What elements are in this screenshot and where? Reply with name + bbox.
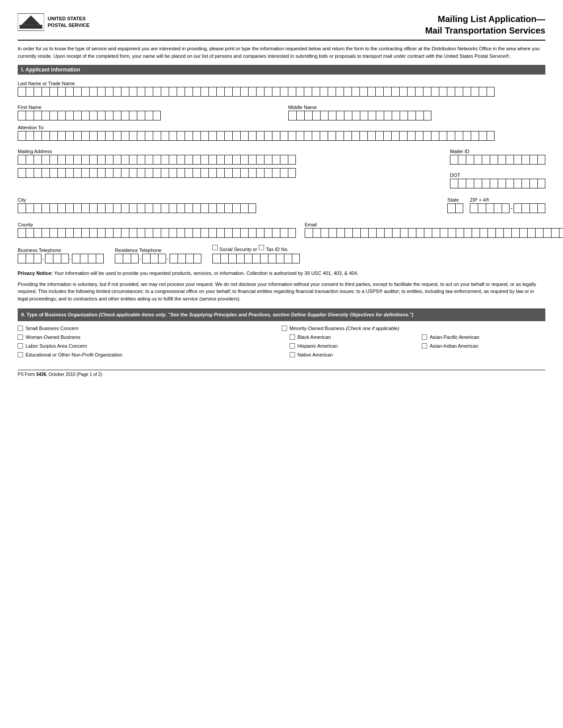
middle-name-boxes[interactable]: [288, 111, 546, 120]
hispanic-american-label: Hispanic American: [298, 343, 338, 349]
ssn-label: Social Security or: [219, 247, 257, 252]
attention-boxes[interactable]: [18, 131, 545, 141]
tax-id-checkbox[interactable]: [259, 245, 264, 250]
city-field: City: [18, 193, 441, 213]
educational-checkbox[interactable]: [18, 352, 23, 357]
county-label: County: [18, 222, 296, 227]
email-field: Email: [305, 218, 563, 238]
biz-col-left: Small Business Concern Woman-Owned Busin…: [18, 326, 282, 361]
privacy-voluntary-text: Providing the information is voluntary, …: [18, 281, 545, 303]
email-label: Email: [305, 222, 563, 227]
biz-col-right: Minority-Owned Business (Check one if ap…: [282, 326, 546, 361]
dot-boxes[interactable]: [450, 179, 545, 188]
black-american-row: Black American: [290, 334, 413, 340]
asian-pacific-label: Asian-Pacific American: [430, 334, 480, 340]
business-tel-boxes: - -: [18, 254, 104, 263]
svg-rect-2: [19, 25, 42, 29]
business-tel-label: Business Telephone: [18, 248, 104, 253]
email-boxes[interactable]: [305, 228, 563, 238]
address-mailer-row: Mailing Address Mailer ID: [18, 144, 545, 165]
asian-indian-checkbox[interactable]: [422, 343, 427, 349]
page-header: UNITED STATES POSTAL SERVICE Mailing Lis…: [18, 13, 545, 41]
minority-owned-header-row: Minority-Owned Business (Check one if ap…: [282, 326, 546, 331]
mailing-address-label: Mailing Address: [18, 149, 441, 154]
ssn-tax-field: Social Security or Tax ID No.: [212, 242, 300, 263]
residence-tel-label: Residence Telephone: [115, 248, 201, 253]
asian-pacific-checkbox[interactable]: [422, 334, 427, 340]
bus-tel-dash1: -: [42, 256, 44, 261]
native-american-checkbox[interactable]: [290, 352, 295, 357]
attention-field: Attention To:: [18, 125, 545, 141]
ssn-checkbox[interactable]: [212, 245, 218, 250]
state-field: State: [447, 193, 463, 213]
address2-dot-row: DOT: [18, 168, 545, 188]
section2-header: II. Type of Business Organization (Check…: [18, 308, 545, 321]
minority-sub-container: Black American Hispanic American Native …: [290, 334, 546, 361]
state-boxes[interactable]: [447, 203, 463, 213]
middle-name-field: Middle Name: [288, 100, 546, 120]
city-state-zip-row: City State ZIP + 4® -: [18, 193, 545, 213]
logo-area: UNITED STATES POSTAL SERVICE: [18, 13, 90, 31]
res-tel-dash1: -: [140, 256, 141, 261]
hispanic-american-checkbox[interactable]: [290, 343, 295, 349]
woman-owned-row: Woman-Owned Business: [18, 334, 282, 340]
ssn-boxes[interactable]: [212, 254, 300, 263]
residence-tel-boxes: - -: [115, 254, 201, 263]
zip-label: ZIP + 4®: [470, 197, 545, 203]
last-name-boxes[interactable]: [18, 87, 545, 97]
zip-dash: -: [510, 205, 513, 212]
bus-tel-area[interactable]: [18, 254, 42, 263]
labor-surplus-checkbox[interactable]: [18, 343, 23, 349]
last-name-label: Last Name or Trade Name: [18, 81, 545, 86]
bus-tel-dash2: -: [70, 256, 72, 261]
county-field: County: [18, 218, 296, 238]
privacy-notice: Privacy Notice: Your information will be…: [18, 270, 545, 302]
labor-surplus-label: Labor Surplus Area Concern: [26, 343, 87, 349]
woman-owned-checkbox[interactable]: [18, 334, 23, 340]
black-american-checkbox[interactable]: [290, 334, 295, 340]
minority-col1: Black American Hispanic American Native …: [290, 334, 413, 361]
privacy-notice-body: Your information will be used to provide…: [53, 270, 358, 276]
tax-id-label: Tax ID No.: [266, 247, 288, 252]
res-tel-number[interactable]: [170, 254, 201, 263]
mailing-address-boxes[interactable]: [18, 155, 441, 165]
asian-indian-label: Asian-Indian American: [430, 343, 478, 349]
privacy-notice-text: Privacy Notice: Your information will be…: [18, 270, 545, 277]
asian-indian-row: Asian-Indian American: [422, 343, 545, 349]
dot-field: DOT: [450, 168, 545, 188]
woman-owned-label: Woman-Owned Business: [26, 334, 80, 340]
asian-pacific-row: Asian-Pacific American: [422, 334, 545, 340]
hispanic-american-row: Hispanic American: [290, 343, 413, 349]
form-page: (Page 1 of 2): [76, 372, 102, 377]
small-business-checkbox[interactable]: [18, 326, 23, 331]
bus-tel-prefix[interactable]: [45, 254, 69, 263]
dot-label: DOT: [450, 173, 545, 178]
section1-header: I. Applicant Information: [18, 65, 545, 75]
logo-text: UNITED STATES POSTAL SERVICE: [48, 15, 90, 29]
minority-owned-label: Minority-Owned Business (Check one if ap…: [290, 326, 400, 331]
zip-boxes1[interactable]: [470, 203, 510, 213]
res-tel-prefix[interactable]: [142, 254, 166, 263]
form-title: Mailing List Application— Mail Transport…: [425, 13, 545, 36]
minority-col2: Asian-Pacific American Asian-Indian Amer…: [422, 334, 545, 361]
zip-boxes2[interactable]: [514, 203, 545, 213]
city-boxes[interactable]: [18, 203, 441, 213]
black-american-label: Black American: [298, 334, 331, 340]
zip-field: ZIP + 4® -: [470, 193, 545, 213]
ssn-tax-label-row: Social Security or Tax ID No.: [212, 242, 300, 253]
biz-types-container: Small Business Concern Woman-Owned Busin…: [18, 326, 545, 361]
first-name-label: First Name: [18, 105, 275, 110]
form-number: PS Form PS Form 54365436: [18, 372, 46, 377]
county-boxes[interactable]: [18, 228, 296, 238]
minority-owned-checkbox[interactable]: [282, 326, 287, 331]
address2-boxes[interactable]: [18, 168, 441, 178]
mailer-id-boxes[interactable]: [450, 155, 545, 165]
zip-boxes-group: -: [470, 203, 545, 213]
bus-tel-number[interactable]: [72, 254, 104, 263]
attention-label: Attention To:: [18, 125, 545, 130]
first-name-field: First Name: [18, 100, 275, 120]
form-date: October 2010: [49, 372, 76, 377]
res-tel-area[interactable]: [115, 254, 139, 263]
mailing-address-field: Mailing Address: [18, 144, 441, 165]
first-name-boxes[interactable]: [18, 111, 275, 120]
